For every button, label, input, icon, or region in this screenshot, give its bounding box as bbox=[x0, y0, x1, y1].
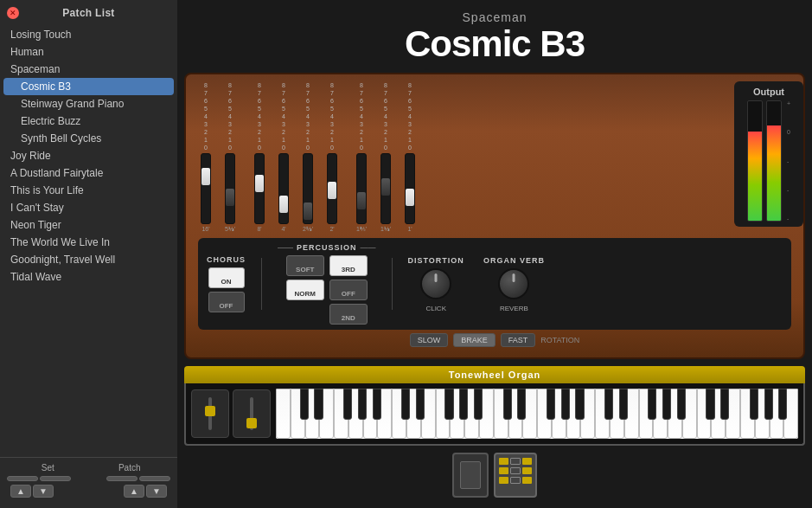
pedals-section bbox=[177, 453, 812, 498]
black-key-4[interactable] bbox=[373, 389, 381, 420]
black-key-18[interactable] bbox=[662, 389, 671, 420]
black-key-15[interactable] bbox=[604, 389, 613, 420]
organ-verb-title: ORGAN VERB bbox=[483, 256, 545, 265]
sidebar-footer: Set Patch ▲ ▼ ▲ ▼ bbox=[0, 457, 177, 508]
black-key-1[interactable] bbox=[314, 389, 323, 420]
drawbar-sep-1 bbox=[243, 81, 246, 233]
brake-btn[interactable]: BRAKE bbox=[453, 333, 496, 347]
black-key-20[interactable] bbox=[706, 389, 714, 420]
black-key-2[interactable] bbox=[343, 389, 352, 420]
patch-item-3[interactable]: Cosmic B3 bbox=[3, 78, 174, 95]
patch-btn-2[interactable] bbox=[139, 476, 170, 481]
percussion-2nd-switch[interactable]: 2ND bbox=[329, 304, 368, 325]
black-key-13[interactable] bbox=[561, 389, 570, 420]
output-title: Output bbox=[753, 87, 784, 97]
patch-item-9[interactable]: This is Your Life bbox=[0, 182, 177, 199]
drawbar-7[interactable]: 8765432101⅓' bbox=[374, 81, 397, 233]
black-key-17[interactable] bbox=[648, 389, 656, 420]
patch-up-arrow[interactable]: ▲ bbox=[124, 485, 144, 498]
white-key-0[interactable] bbox=[276, 389, 291, 439]
black-key-12[interactable] bbox=[547, 389, 555, 420]
percussion-norm-switch[interactable]: NORM bbox=[286, 280, 324, 300]
patch-item-8[interactable]: A Dustland Fairytale bbox=[0, 164, 177, 182]
patch-item-12[interactable]: The World We Live In bbox=[0, 234, 177, 251]
meter-bar-left bbox=[747, 100, 763, 222]
patch-item-14[interactable]: Tidal Wave bbox=[0, 268, 177, 286]
patch-btn-1[interactable] bbox=[106, 476, 137, 481]
black-key-3[interactable] bbox=[358, 389, 367, 420]
patch-item-5[interactable]: Electric Buzz bbox=[0, 113, 177, 130]
patch-item-10[interactable]: I Can't Stay bbox=[0, 199, 177, 216]
rotation-label: ROTATION bbox=[540, 336, 579, 344]
black-key-24[interactable] bbox=[778, 389, 787, 420]
click-label: CLICK bbox=[425, 305, 446, 312]
black-key-8[interactable] bbox=[459, 389, 468, 420]
set-btn-1[interactable] bbox=[7, 476, 38, 481]
set-btn-2[interactable] bbox=[40, 476, 71, 481]
set-label: Set bbox=[7, 463, 89, 473]
mod-thumb[interactable] bbox=[246, 418, 257, 428]
patch-item-1[interactable]: Human bbox=[0, 43, 177, 61]
percussion-soft-switch[interactable]: SOFT bbox=[286, 255, 324, 276]
patch-down-arrow[interactable]: ▼ bbox=[146, 485, 167, 498]
patch-item-11[interactable]: Neon Tiger bbox=[0, 216, 177, 234]
mod-slider[interactable] bbox=[250, 397, 253, 430]
slow-btn[interactable]: SLOW bbox=[410, 333, 449, 347]
drawbar-0[interactable]: 87654321016' bbox=[195, 81, 217, 233]
black-key-23[interactable] bbox=[764, 389, 773, 420]
drawbar-3[interactable]: 8765432104' bbox=[272, 81, 295, 233]
fast-btn[interactable]: FAST bbox=[501, 333, 536, 347]
black-key-22[interactable] bbox=[750, 389, 758, 420]
patch-item-2[interactable]: Spaceman bbox=[0, 61, 177, 78]
controls-panel: CHORUS ON OFF —— PERCUSSION —— bbox=[198, 238, 791, 330]
expression-pedal[interactable] bbox=[494, 453, 537, 498]
drawbar-6[interactable]: 8765432101⅗' bbox=[350, 81, 373, 233]
instrument-category: Spaceman bbox=[177, 10, 812, 24]
percussion-title: PERCUSSION bbox=[297, 243, 357, 252]
piano-keyboard[interactable] bbox=[276, 389, 798, 439]
mod-control[interactable] bbox=[233, 389, 271, 438]
percussion-3rd-switch[interactable]: 3RD bbox=[329, 255, 368, 276]
black-key-6[interactable] bbox=[416, 389, 425, 420]
black-key-19[interactable] bbox=[677, 389, 686, 420]
meter-scale: + 0 - - - bbox=[787, 100, 790, 222]
patch-item-13[interactable]: Goodnight, Travel Well bbox=[0, 251, 177, 268]
drawbar-1[interactable]: 8765432105⅓' bbox=[219, 81, 241, 233]
patch-item-4[interactable]: Steinway Grand Piano bbox=[0, 95, 177, 113]
pitch-thumb[interactable] bbox=[205, 406, 215, 416]
set-up-arrow[interactable]: ▲ bbox=[10, 485, 31, 498]
patch-item-0[interactable]: Losing Touch bbox=[0, 26, 177, 43]
patch-item-7[interactable]: Joy Ride bbox=[0, 147, 177, 164]
black-key-10[interactable] bbox=[503, 389, 512, 420]
black-key-0[interactable] bbox=[300, 389, 309, 420]
drawbar-5[interactable]: 8765432102' bbox=[321, 81, 343, 233]
black-key-11[interactable] bbox=[517, 389, 526, 420]
instrument-header: Spaceman Cosmic B3 bbox=[177, 0, 812, 69]
set-down-arrow[interactable]: ▼ bbox=[33, 485, 54, 498]
pitch-slider[interactable] bbox=[208, 397, 212, 430]
sustain-pedal[interactable] bbox=[452, 453, 489, 498]
close-button[interactable]: ✕ bbox=[7, 7, 19, 19]
chorus-on-switch[interactable]: ON bbox=[208, 267, 245, 288]
pedal-row-1 bbox=[499, 458, 532, 465]
pitch-control[interactable] bbox=[191, 389, 229, 438]
black-key-7[interactable] bbox=[444, 389, 453, 420]
drawbar-8[interactable]: 8765432101' bbox=[399, 81, 421, 233]
drawbar-2[interactable]: 8765432108' bbox=[248, 81, 271, 233]
percussion-off-switch[interactable]: OFF bbox=[329, 280, 368, 300]
chorus-off-switch[interactable]: OFF bbox=[208, 292, 245, 312]
black-key-5[interactable] bbox=[401, 389, 410, 420]
perc-2nd-label: 2ND bbox=[342, 314, 355, 322]
distortion-knob[interactable] bbox=[420, 268, 451, 299]
drawbar-4[interactable]: 8765432102⅔' bbox=[297, 81, 319, 233]
rotation-section: SLOW BRAKE FAST ROTATION bbox=[195, 333, 795, 347]
patch-item-6[interactable]: Synth Bell Cycles bbox=[0, 130, 177, 147]
drawbar-sep-5 bbox=[345, 81, 348, 233]
meter-container: + 0 - - - bbox=[747, 100, 790, 222]
black-key-9[interactable] bbox=[474, 389, 483, 420]
black-key-16[interactable] bbox=[619, 389, 628, 420]
black-key-21[interactable] bbox=[720, 389, 729, 420]
black-key-14[interactable] bbox=[575, 389, 584, 420]
reverb-knob[interactable] bbox=[498, 268, 529, 299]
perc-off-label: OFF bbox=[342, 290, 355, 298]
